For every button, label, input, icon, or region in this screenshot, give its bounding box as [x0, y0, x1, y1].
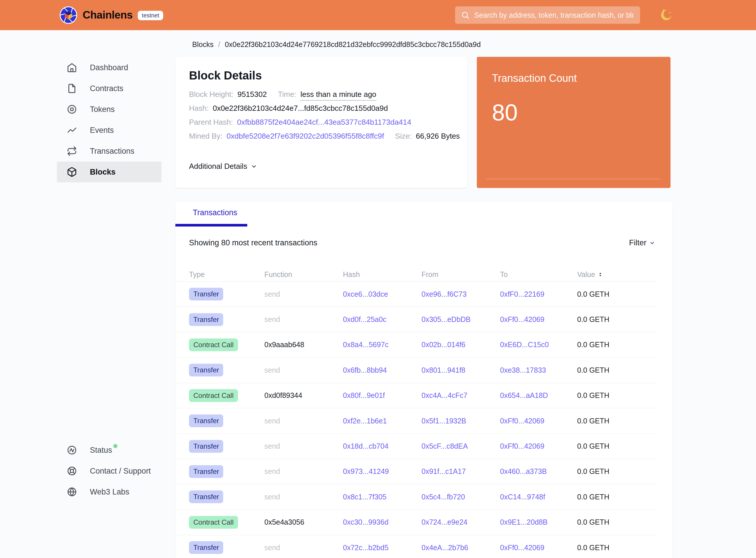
- tx-type-badge: Transfer: [189, 414, 223, 427]
- filter-button[interactable]: Filter: [629, 238, 655, 247]
- parent-hash-label: Parent Hash:: [189, 118, 233, 127]
- tx-from-link[interactable]: 0x91f...c1A17: [421, 467, 466, 475]
- tx-type-badge: Transfer: [189, 313, 223, 326]
- search-input[interactable]: [474, 11, 634, 20]
- tx-from-link[interactable]: 0x4eA...2b7b6: [421, 543, 468, 552]
- col-header-hash: Hash: [343, 270, 421, 279]
- tx-from-link[interactable]: 0x02b...014f6: [421, 340, 466, 349]
- sidebar-item-label: Web3 Labs: [90, 487, 129, 497]
- parent-hash-link[interactable]: 0xfbb8875f2e404ae24cf...43ea5377c84b1173…: [237, 118, 411, 127]
- sidebar-item-tokens[interactable]: Tokens: [57, 99, 161, 120]
- status-pulse-icon: [67, 445, 77, 455]
- top-header-bar: Chainlens testnet: [0, 0, 756, 30]
- tx-value: 0.0 GETH: [577, 391, 657, 400]
- tx-to-link[interactable]: 0x460...a373B: [500, 467, 547, 475]
- sidebar-item-label: Events: [90, 126, 114, 135]
- tx-function: send: [264, 493, 343, 501]
- tx-hash-link[interactable]: 0x72c...b2bd5: [343, 543, 388, 552]
- tx-from-link[interactable]: 0x5cF...c8dEA: [421, 442, 468, 450]
- tx-to-link[interactable]: 0xFf0...42069: [500, 442, 544, 450]
- sidebar-item-blocks[interactable]: Blocks: [57, 161, 161, 182]
- tx-to-link[interactable]: 0x9E1...20d8B: [500, 518, 548, 526]
- sidebar-item-status[interactable]: Status: [57, 440, 161, 461]
- search-bar[interactable]: [455, 6, 640, 24]
- tx-value: 0.0 GETH: [577, 518, 657, 526]
- tx-hash-link[interactable]: 0x80f...9e01f: [343, 391, 385, 399]
- tx-from-link[interactable]: 0xe96...f6C73: [421, 290, 467, 298]
- transaction-row: Transfer send 0xce6...03dce 0xe96...f6C7…: [175, 282, 657, 307]
- transaction-row: Contract Call 0xd0f89344 0x80f...9e01f 0…: [175, 383, 657, 408]
- block-height-label: Block Height:: [189, 90, 233, 99]
- tx-hash-link[interactable]: 0xce6...03dce: [343, 290, 388, 298]
- transaction-count-title: Transaction Count: [492, 72, 671, 85]
- brand-name[interactable]: Chainlens: [83, 9, 132, 21]
- search-icon: [461, 11, 470, 20]
- status-online-dot: [113, 444, 118, 448]
- tx-value: 0.0 GETH: [577, 340, 657, 349]
- tx-from-link[interactable]: 0x801...941f8: [421, 366, 466, 374]
- tx-to-link[interactable]: 0xfF0...22169: [500, 290, 544, 298]
- breadcrumb: Blocks / 0x0e22f36b2103c4d24e7769218cd82…: [192, 40, 480, 49]
- tx-type-badge: Transfer: [189, 288, 223, 301]
- tx-hash-link[interactable]: 0x8c1...7f305: [343, 493, 386, 501]
- tx-to-link[interactable]: 0xe38...17833: [500, 366, 546, 374]
- sidebar-item-label: Contracts: [90, 84, 124, 93]
- tx-to-link[interactable]: 0x654...aA18D: [500, 391, 548, 399]
- tx-from-link[interactable]: 0x5f1...1932B: [421, 417, 466, 425]
- transaction-row: Transfer send 0x973...41249 0x91f...c1A1…: [175, 459, 657, 484]
- tx-to-link[interactable]: 0xE6D...C15c0: [500, 340, 549, 349]
- tx-to-link[interactable]: 0xFf0...42069: [500, 417, 544, 425]
- sidebar-item-label: Contact / Support: [90, 467, 151, 476]
- tx-type-badge: Contract Call: [189, 389, 238, 402]
- dark-mode-toggle[interactable]: [658, 8, 673, 22]
- transactions-table: Type Function Hash From To Value Transfe…: [175, 270, 657, 558]
- chevron-down-icon: [251, 163, 257, 170]
- support-lifebuoy-icon: [67, 466, 77, 476]
- network-badge: testnet: [138, 11, 163, 20]
- tx-from-link[interactable]: 0x305...eDbDB: [421, 315, 471, 323]
- transactions-repeat-icon: [67, 146, 77, 156]
- tx-type-badge: Transfer: [189, 465, 223, 478]
- sidebar-item-contact-support[interactable]: Contact / Support: [57, 461, 161, 481]
- sidebar-nav: DashboardContractsTokensEventsTransactio…: [57, 57, 161, 182]
- tx-hash-link[interactable]: 0xd0f...25a0c: [343, 315, 386, 323]
- tx-hash-link[interactable]: 0x18d...cb704: [343, 442, 388, 450]
- tx-value: 0.0 GETH: [577, 417, 657, 425]
- sidebar-item-dashboard[interactable]: Dashboard: [57, 57, 161, 78]
- moon-icon: [658, 8, 672, 22]
- tx-function: send: [264, 467, 343, 476]
- tx-hash-link[interactable]: 0x6fb...8bb94: [343, 366, 387, 374]
- value-sort-button[interactable]: [597, 272, 603, 278]
- chainlens-logo-icon: [59, 6, 77, 24]
- transaction-row: Transfer send 0x72c...b2bd5 0x4eA...2b7b…: [175, 535, 657, 558]
- transactions-panel: Transactions Showing 80 most recent tran…: [175, 202, 673, 558]
- sidebar-item-contracts[interactable]: Contracts: [57, 78, 161, 99]
- tx-value: 0.0 GETH: [577, 543, 657, 552]
- sidebar-item-web3-labs[interactable]: Web3 Labs: [57, 481, 161, 502]
- tx-value: 0.0 GETH: [577, 493, 657, 501]
- tx-to-link[interactable]: 0xFf0...42069: [500, 315, 544, 323]
- additional-details-toggle[interactable]: Additional Details: [189, 162, 257, 171]
- tx-from-link[interactable]: 0x5c4...fb720: [421, 493, 465, 501]
- hash-row: Hash: 0x0e22f36b2103c4d24e7...fd85c3cbcc…: [189, 104, 456, 118]
- tab-transactions[interactable]: Transactions: [193, 208, 237, 217]
- sidebar-item-label: Tokens: [90, 105, 115, 114]
- sidebar-item-label: Blocks: [90, 168, 116, 177]
- sort-icon: [597, 272, 603, 278]
- tx-hash-link[interactable]: 0xc30...9936d: [343, 518, 388, 526]
- tx-to-link[interactable]: 0xC14...9748f: [500, 493, 545, 501]
- tx-from-link[interactable]: 0xc4A...4cFc7: [421, 391, 467, 399]
- breadcrumb-section-link[interactable]: Blocks: [192, 40, 214, 49]
- tx-hash-link[interactable]: 0x973...41249: [343, 467, 389, 475]
- tx-to-link[interactable]: 0xFf0...42069: [500, 543, 544, 552]
- sidebar-item-transactions[interactable]: Transactions: [57, 141, 161, 161]
- tx-from-link[interactable]: 0x724...e9e24: [421, 518, 467, 526]
- sidebar-item-events[interactable]: Events: [57, 120, 161, 141]
- tx-hash-link[interactable]: 0xf2e...1b6e1: [343, 417, 387, 425]
- tx-type-badge: Contract Call: [189, 338, 238, 351]
- tx-function: 0x9aaab648: [264, 340, 343, 349]
- tx-hash-link[interactable]: 0x8a4...5697c: [343, 340, 388, 349]
- mined-by-row: Mined By: 0xdbfe5208e2f7e63f9202c2d05396…: [189, 132, 456, 146]
- mined-by-link[interactable]: 0xdbfe5208e2f7e63f9202c2d05396f55f8c8ffc…: [227, 132, 384, 141]
- block-cube-icon: [67, 167, 77, 177]
